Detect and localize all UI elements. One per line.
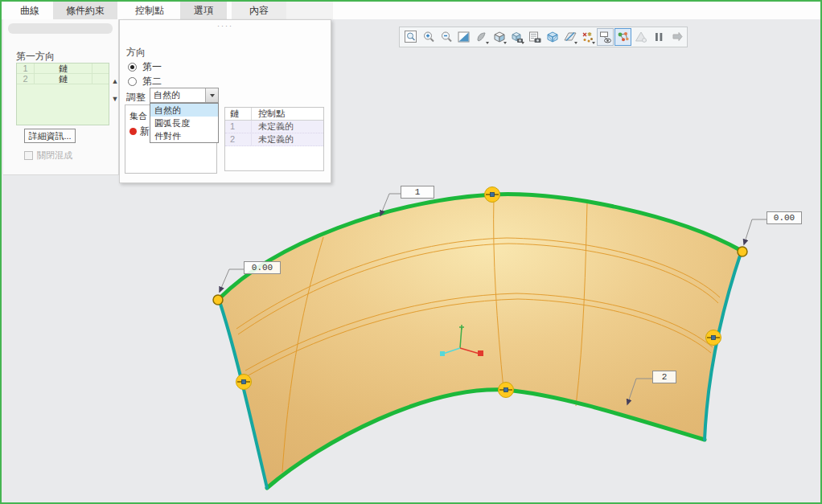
dropdown-option-piecewise[interactable]: 件對件: [150, 129, 218, 142]
chain-list[interactable]: 1 鏈 2 鏈: [16, 63, 109, 125]
view-manager-button[interactable]: [526, 28, 543, 46]
tab-properties[interactable]: 內容: [232, 2, 286, 19]
active-set-marker-icon: [129, 128, 137, 135]
details-button[interactable]: 詳細資訊...: [24, 129, 76, 143]
chain-row-value: 鏈: [35, 74, 92, 84]
direction-first-option: 第一: [128, 60, 162, 74]
resume-icon: [669, 30, 684, 44]
perspective-view-button[interactable]: [544, 28, 561, 46]
tangent-value-left[interactable]: 0.00: [244, 261, 281, 274]
panel-drag-handle[interactable]: ····: [120, 22, 331, 30]
tab-options[interactable]: 選項: [180, 2, 227, 19]
zoom-refit-button[interactable]: [402, 28, 419, 46]
radio-first[interactable]: [128, 63, 137, 72]
first-direction-panel: 第一方向 1 鏈 2 鏈 ▲ ▼ 詳細資訊... 關閉混成: [3, 19, 119, 175]
row-value: 未定義的: [252, 121, 323, 133]
adjust-label: 調整: [126, 91, 146, 104]
chain-list-row[interactable]: 1 鏈: [17, 64, 109, 74]
adjust-combobox-value: 自然的: [150, 88, 205, 102]
chevron-down-icon: [210, 94, 215, 97]
header-chain: 鏈: [225, 108, 252, 120]
tab-trailing-blank: [286, 2, 333, 19]
closed-blend-label: 關閉混成: [37, 150, 72, 162]
chevron-down-icon: [503, 42, 507, 44]
tab-control-points[interactable]: 控制點: [124, 2, 175, 19]
tab-curves[interactable]: 曲線: [6, 2, 53, 19]
row-chain: 1: [225, 121, 252, 133]
chevron-down-icon: [574, 42, 577, 44]
chain-2-label[interactable]: 2: [652, 371, 676, 383]
tab-constraints[interactable]: 條件約束: [53, 2, 117, 19]
display-style-button[interactable]: [491, 28, 508, 46]
control-points-table[interactable]: 鏈 控制點 1 未定義的 2 未定義的: [224, 107, 324, 171]
direction-second-option: 第二: [128, 75, 162, 88]
direction-label: 方向: [126, 46, 146, 59]
set-label: 集合: [129, 110, 147, 122]
table-row[interactable]: 1 未定義的: [225, 121, 323, 133]
corner-point-right[interactable]: [738, 247, 747, 256]
pause-icon: [651, 30, 666, 44]
set-new-row[interactable]: 新: [129, 125, 150, 138]
pause-button[interactable]: [650, 28, 667, 46]
chevron-down-icon: [486, 42, 489, 44]
point-display-icon: [616, 30, 631, 44]
geometry-checks-button: [632, 28, 649, 46]
dropdown-option-natural[interactable]: 自然的: [150, 104, 218, 117]
graphics-toolbar: [399, 27, 688, 47]
control-handle-bottom[interactable]: [499, 383, 514, 398]
annotation-display-button[interactable]: [597, 28, 614, 46]
chevron-down-icon: [521, 42, 524, 44]
panel-grab-bar[interactable]: [8, 23, 113, 34]
saved-views-button[interactable]: [508, 28, 525, 46]
row-value: 未定義的: [252, 133, 323, 145]
chevron-down-icon: [592, 42, 595, 44]
zoom-refit-icon: [404, 30, 418, 44]
chain-list-row[interactable]: 2 鏈: [17, 74, 109, 84]
chain-row-number: 2: [17, 74, 35, 84]
control-handle-top[interactable]: [485, 187, 500, 203]
repaint-button[interactable]: [455, 28, 472, 46]
radio-second-label: 第二: [142, 75, 162, 88]
control-points-panel: ···· 方向 第一 第二 調整 自然的 集合 新 鏈 控制點: [119, 19, 331, 183]
perspective-view-icon: [545, 30, 560, 44]
adjust-combobox[interactable]: 自然的: [150, 88, 219, 103]
zoom-out-button[interactable]: [438, 28, 454, 46]
view-manager-icon: [528, 30, 542, 44]
zoom-in-button[interactable]: [420, 28, 437, 46]
table-header: 鏈 控制點: [225, 108, 323, 121]
set-new-label: 新: [140, 125, 150, 138]
closed-blend-option: 關閉混成: [24, 150, 72, 162]
control-handle-right[interactable]: [706, 330, 721, 346]
header-control-points: 控制點: [252, 108, 323, 120]
point-display-button[interactable]: [614, 28, 631, 46]
repaint-icon: [457, 30, 471, 44]
tangent-value-right[interactable]: 0.00: [767, 211, 802, 224]
zoom-in-icon: [421, 30, 436, 44]
closed-blend-checkbox[interactable]: [24, 151, 33, 160]
table-row[interactable]: 2 未定義的: [225, 133, 323, 146]
resume-button: [668, 28, 684, 46]
corner-point-left[interactable]: [213, 295, 223, 305]
radio-first-label: 第一: [142, 60, 162, 74]
combobox-dropdown-button[interactable]: [205, 88, 218, 102]
first-direction-label: 第一方向: [16, 50, 55, 64]
geometry-checks-icon: [634, 30, 648, 44]
shading-mode-button[interactable]: [473, 28, 490, 46]
application-window: 1 0.00 0.00 2: [0, 0, 822, 504]
chain-1-label[interactable]: 1: [401, 186, 434, 199]
zoom-out-icon: [439, 30, 454, 44]
dropdown-option-arc-length[interactable]: 圓弧長度: [150, 117, 218, 129]
row-chain: 2: [225, 133, 252, 145]
view-section-button[interactable]: [561, 28, 578, 46]
radio-second[interactable]: [128, 77, 137, 86]
annotation-display-icon: [598, 30, 613, 44]
chain-row-number: 1: [17, 64, 35, 73]
adjust-dropdown-list: 自然的 圓弧長度 件對件: [150, 103, 219, 143]
chain-row-value: 鏈: [35, 64, 92, 73]
blend-surface[interactable]: [219, 195, 742, 488]
datum-display-filters-button[interactable]: [579, 28, 596, 46]
control-handle-left[interactable]: [236, 375, 252, 390]
dashboard-tabbar: 曲線 條件約束 控制點 選項 內容: [2, 2, 820, 19]
